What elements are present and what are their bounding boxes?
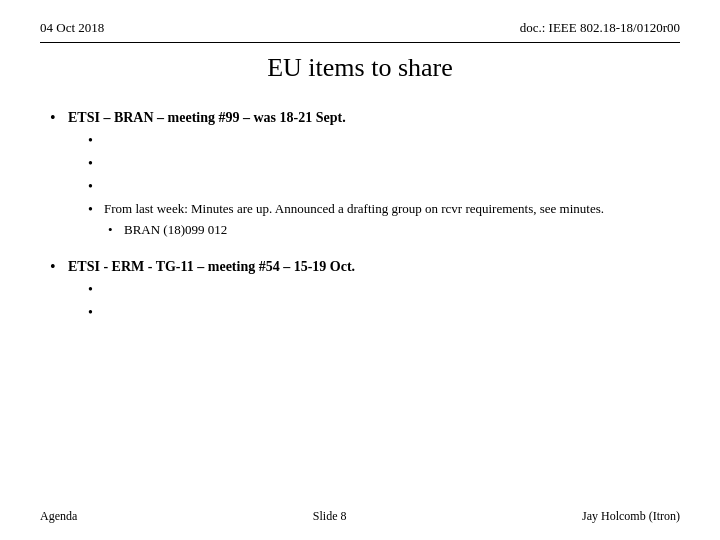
sub-bullet-2-2: • [88, 302, 680, 323]
bullet-title-2: ETSI - ERM - TG-11 – meeting #54 – 15-19… [68, 256, 680, 277]
slide-title: EU items to share [40, 53, 680, 83]
slide-header: 04 Oct 2018 doc.: IEEE 802.18-18/0120r00 [40, 20, 680, 43]
bullet-dot-1: • [50, 107, 68, 129]
sub-bullet-1-2: • [88, 153, 680, 174]
sub-bullet-dot-1-1: • [88, 130, 104, 151]
footer-author: Jay Holcomb (Itron) [582, 509, 680, 524]
slide-content: • ETSI – BRAN – meeting #99 – was 18-21 … [40, 107, 680, 325]
sub-bullet-dot-2-2: • [88, 302, 104, 323]
sub-bullet-1-3: • [88, 176, 680, 197]
sub-bullet-text-2-1 [104, 279, 107, 299]
header-doc: doc.: IEEE 802.18-18/0120r00 [520, 20, 680, 36]
slide-footer: Agenda Slide 8 Jay Holcomb (Itron) [40, 509, 680, 524]
bullet-content-2: ETSI - ERM - TG-11 – meeting #54 – 15-19… [68, 256, 680, 325]
sub-bullet-text-2-2 [104, 302, 107, 322]
sub-bullet-dot-1-2: • [88, 153, 104, 174]
sub-bullets-1: • • • • From last week: Minutes are up. … [88, 130, 680, 238]
header-date: 04 Oct 2018 [40, 20, 104, 36]
sub-sub-bullet-1-1: • BRAN (18)099 012 [108, 222, 680, 238]
main-bullet-2: • ETSI - ERM - TG-11 – meeting #54 – 15-… [50, 256, 680, 325]
main-bullet-1: • ETSI – BRAN – meeting #99 – was 18-21 … [50, 107, 680, 240]
sub-bullet-dot-2-1: • [88, 279, 104, 300]
sub-bullet-text-1-1 [104, 130, 107, 150]
sub-bullet-dot-1-4: • [88, 199, 104, 220]
sub-sub-bullet-text-1-1: BRAN (18)099 012 [124, 222, 227, 238]
sub-bullet-text-1-3 [104, 176, 107, 196]
sub-bullet-text-1-4: From last week: Minutes are up. Announce… [104, 199, 604, 219]
sub-bullet-1-1: • [88, 130, 680, 151]
footer-agenda: Agenda [40, 509, 77, 524]
sub-bullet-dot-1-3: • [88, 176, 104, 197]
sub-sub-bullets-1: • BRAN (18)099 012 [108, 222, 680, 238]
footer-slide-number: Slide 8 [313, 509, 347, 524]
sub-bullet-1-4: • From last week: Minutes are up. Announ… [88, 199, 680, 220]
slide: 04 Oct 2018 doc.: IEEE 802.18-18/0120r00… [0, 0, 720, 540]
sub-sub-bullet-dot-1-1: • [108, 222, 124, 238]
sub-bullet-2-1: • [88, 279, 680, 300]
sub-bullet-text-1-2 [104, 153, 107, 173]
bullet-title-1: ETSI – BRAN – meeting #99 – was 18-21 Se… [68, 107, 680, 128]
bullet-dot-2: • [50, 256, 68, 278]
bullet-content-1: ETSI – BRAN – meeting #99 – was 18-21 Se… [68, 107, 680, 240]
sub-bullets-2: • • [88, 279, 680, 323]
